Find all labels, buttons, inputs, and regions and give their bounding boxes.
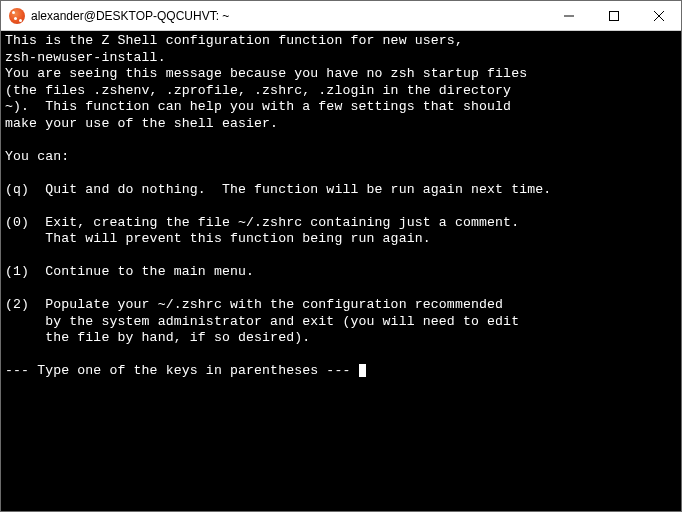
cursor xyxy=(359,364,366,377)
terminal-body[interactable]: This is the Z Shell configuration functi… xyxy=(1,31,681,511)
terminal-window: alexander@DESKTOP-QQCUHVT: ~ This is the… xyxy=(0,0,682,512)
ubuntu-icon xyxy=(9,8,25,24)
svg-rect-1 xyxy=(609,11,618,20)
minimize-icon xyxy=(564,11,574,21)
window-controls xyxy=(546,1,681,30)
maximize-button[interactable] xyxy=(591,1,636,30)
minimize-button[interactable] xyxy=(546,1,591,30)
titlebar[interactable]: alexander@DESKTOP-QQCUHVT: ~ xyxy=(1,1,681,31)
window-title: alexander@DESKTOP-QQCUHVT: ~ xyxy=(31,9,546,23)
maximize-icon xyxy=(609,11,619,21)
terminal-prompt: --- Type one of the keys in parentheses … xyxy=(5,363,359,378)
close-icon xyxy=(654,11,664,21)
close-button[interactable] xyxy=(636,1,681,30)
terminal-output: This is the Z Shell configuration functi… xyxy=(5,33,551,345)
